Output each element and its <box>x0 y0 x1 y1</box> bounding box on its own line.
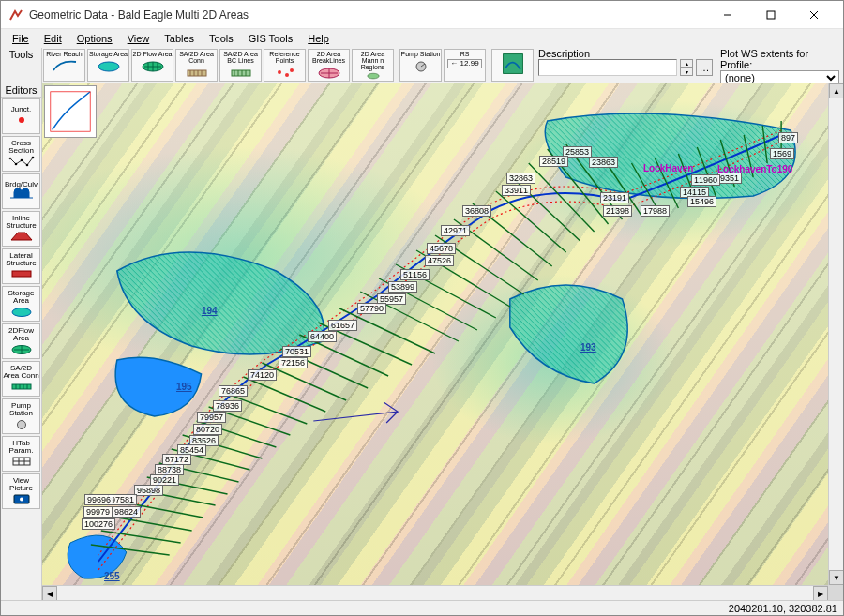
storage-area-poly[interactable] <box>68 535 127 578</box>
tool-storage-area[interactable]: Storage Area <box>87 49 129 82</box>
menu-tools[interactable]: Tools <box>202 31 241 46</box>
storage-area-poly[interactable] <box>117 252 324 354</box>
svg-line-44 <box>473 203 552 266</box>
tool-rs[interactable]: RS← 12.99 <box>444 49 486 82</box>
menu-options[interactable]: Options <box>69 31 120 46</box>
svg-line-52 <box>318 323 412 365</box>
flow-arrow-icon <box>313 402 398 423</box>
menu-edit[interactable]: Edit <box>37 31 69 46</box>
editor-inline-structure[interactable]: Inline Structure <box>2 211 40 247</box>
scroll-right-icon[interactable]: ▶ <box>813 586 828 600</box>
scroll-left-icon[interactable]: ◀ <box>42 586 57 600</box>
svg-point-22 <box>12 308 31 317</box>
overview-map[interactable] <box>44 85 97 138</box>
description-expand-button[interactable]: … <box>696 59 713 76</box>
svg-point-28 <box>20 498 23 502</box>
tool-ras-mapper[interactable] <box>491 49 534 82</box>
svg-point-20 <box>31 157 34 159</box>
tool-2d-breaklines[interactable]: 2D Area BreakLines <box>308 49 350 82</box>
svg-line-45 <box>454 219 538 280</box>
svg-line-56 <box>243 377 325 412</box>
svg-rect-21 <box>12 271 31 277</box>
scroll-down-icon[interactable]: ▼ <box>829 570 843 585</box>
svg-line-61 <box>172 449 250 470</box>
editor-cross-section[interactable]: Cross Section <box>2 136 40 172</box>
menu-view[interactable]: View <box>120 31 158 46</box>
scroll-up-icon[interactable]: ▲ <box>829 83 843 98</box>
svg-line-55 <box>262 363 346 400</box>
description-label: Description <box>538 48 713 59</box>
tool-pump-station[interactable]: Pump Station <box>399 49 442 82</box>
tool-reference-points[interactable]: Reference Points <box>264 49 306 82</box>
toolbar-label: Tools <box>1 48 42 83</box>
svg-point-10 <box>290 68 294 72</box>
svg-line-48 <box>396 264 496 318</box>
editor-junct[interactable]: Junct. <box>2 98 40 134</box>
svg-line-46 <box>435 235 524 294</box>
editor-2dflow-area[interactable]: 2DFlow Area <box>2 323 40 359</box>
maximize-button[interactable] <box>749 1 792 29</box>
description-up[interactable]: ▴ <box>680 59 693 68</box>
svg-line-57 <box>225 393 308 424</box>
profile-label: Plot WS extents for Profile: <box>720 48 839 70</box>
svg-line-43 <box>496 191 566 252</box>
tool-river-reach[interactable]: River Reach <box>43 49 85 82</box>
storage-area-poly[interactable] <box>510 285 627 383</box>
svg-line-65 <box>125 503 203 518</box>
menu-bar: File Edit Options View Tables Tools GIS … <box>1 29 843 48</box>
rs-value: ← 12.99 <box>447 59 481 68</box>
window-title: Geometric Data - Bald Eagle Multi 2D Are… <box>29 8 706 22</box>
editors-label: Editors <box>1 83 41 98</box>
svg-point-4 <box>98 62 119 71</box>
menu-tables[interactable]: Tables <box>157 31 202 46</box>
svg-line-47 <box>416 250 510 307</box>
scrollbar-vertical[interactable]: ▲ ▼ <box>828 83 843 585</box>
svg-rect-1 <box>767 11 775 19</box>
editor-lateral-structure[interactable]: Lateral Structure <box>2 248 40 284</box>
menu-file[interactable]: File <box>5 31 37 46</box>
svg-point-8 <box>278 70 281 74</box>
editor-brdg-culv[interactable]: Brdg/Culv <box>2 173 40 209</box>
svg-line-62 <box>159 463 239 482</box>
svg-line-54 <box>280 349 368 388</box>
app-icon <box>8 8 23 23</box>
description-down[interactable]: ▾ <box>680 68 693 76</box>
svg-point-12 <box>367 73 378 79</box>
svg-rect-14 <box>503 54 522 74</box>
svg-line-49 <box>379 278 477 330</box>
svg-point-25 <box>17 421 25 429</box>
svg-rect-69 <box>51 92 90 131</box>
storage-area-poly[interactable] <box>545 113 795 199</box>
svg-point-16 <box>8 158 11 160</box>
svg-line-53 <box>299 335 388 376</box>
tool-sa2d-conn[interactable]: SA/2D Area Conn <box>175 49 218 82</box>
editor-sa2d-conn[interactable]: SA/2D Area Conn <box>2 361 40 397</box>
editor-htab-param[interactable]: HTab Param. <box>2 436 40 472</box>
svg-line-51 <box>339 308 435 353</box>
svg-line-50 <box>360 292 459 341</box>
tool-sa2d-bclines[interactable]: SA/2D Area BC Lines <box>219 49 262 82</box>
svg-line-42 <box>510 175 580 241</box>
tool-2d-mann-regions[interactable]: 2D Area Mann n Regions <box>352 49 394 82</box>
svg-rect-24 <box>12 384 31 389</box>
svg-point-9 <box>285 73 289 77</box>
storage-area-poly[interactable] <box>115 357 201 416</box>
tool-2d-flow-area[interactable]: 2D Flow Area <box>131 49 173 82</box>
svg-point-18 <box>20 159 23 162</box>
minimize-button[interactable] <box>706 1 749 29</box>
svg-point-17 <box>14 163 17 166</box>
svg-point-19 <box>25 164 28 167</box>
editor-storage-area[interactable]: Storage Area <box>2 286 40 322</box>
svg-line-58 <box>209 407 291 435</box>
editor-view-picture[interactable]: View Picture <box>2 473 40 509</box>
editor-pump-station[interactable]: Pump Station <box>2 398 40 434</box>
svg-point-15 <box>19 117 24 123</box>
map-canvas[interactable]: 8971569935111960141151549617988213982319… <box>42 83 828 585</box>
menu-help[interactable]: Help <box>300 31 337 46</box>
status-coords: 2040281.10, 320382.81 <box>729 603 837 614</box>
scrollbar-horizontal[interactable]: ◀ ▶ <box>42 585 828 600</box>
menu-gis-tools[interactable]: GIS Tools <box>241 31 301 46</box>
close-button[interactable] <box>792 1 836 29</box>
description-input[interactable] <box>538 59 677 76</box>
